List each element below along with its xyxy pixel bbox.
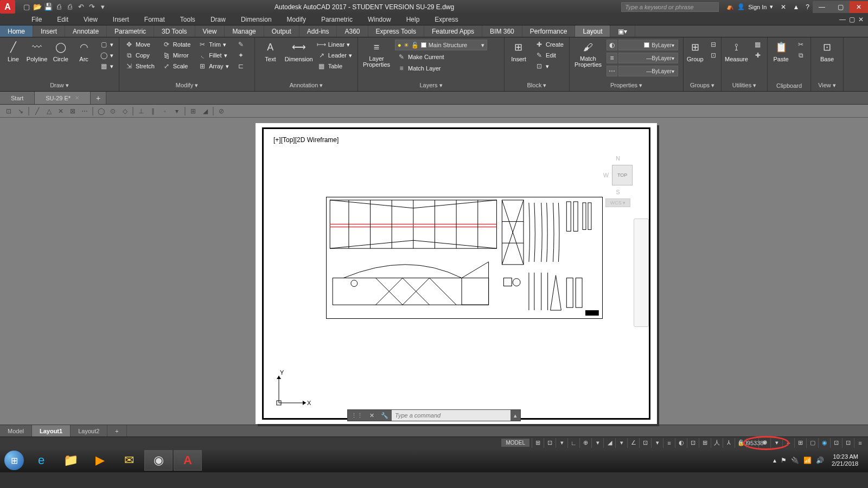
annot2-icon[interactable]: ⅄ bbox=[723, 438, 735, 448]
tray-power-icon[interactable]: 🔌 bbox=[791, 457, 799, 464]
polyline-button[interactable]: 〰Polyline bbox=[27, 40, 48, 62]
tab-annotate[interactable]: Annotate bbox=[65, 25, 107, 37]
taskbar-clock[interactable]: 10:23 AM 2/21/2018 bbox=[828, 453, 861, 467]
lineweight-selector[interactable]: — ByLayer ▾ bbox=[618, 53, 678, 63]
panel-layers-title[interactable]: Layers ▾ bbox=[361, 81, 501, 89]
tab-3dtools[interactable]: 3D Tools bbox=[154, 25, 195, 37]
erase-button[interactable]: ✎ bbox=[234, 40, 247, 49]
signin-dropdown-icon[interactable]: ▾ bbox=[770, 3, 773, 10]
osnap-mid-icon[interactable]: △ bbox=[43, 106, 54, 117]
osnap-nea-icon[interactable]: ◢ bbox=[200, 106, 210, 117]
workspace-icon[interactable]: ⊞ bbox=[794, 438, 806, 448]
viewcube-wcs[interactable]: WCS ▾ bbox=[605, 198, 631, 207]
table-button[interactable]: ▦Table bbox=[315, 61, 354, 71]
tab-insert[interactable]: Insert bbox=[33, 25, 65, 37]
osnap-ins-icon[interactable]: ⊞ bbox=[188, 106, 199, 117]
qat-undo-icon[interactable]: ↶ bbox=[76, 2, 86, 12]
taskbar-autocad[interactable]: A bbox=[174, 450, 202, 471]
qat-new-icon[interactable]: ▢ bbox=[22, 2, 31, 12]
doc-max-icon[interactable]: ▢ bbox=[849, 16, 855, 23]
measure-button[interactable]: ⟟Measure bbox=[725, 40, 748, 62]
taskbar-explorer[interactable]: 📁 bbox=[56, 450, 85, 471]
start-button[interactable]: ⊞ bbox=[2, 450, 26, 471]
command-input[interactable] bbox=[392, 410, 510, 421]
menu-dimension[interactable]: Dimension bbox=[233, 14, 279, 25]
tray-network-icon[interactable]: 📶 bbox=[803, 457, 812, 464]
layer-selector[interactable]: ● ☀ 🔓 Main Structure ▾ bbox=[395, 40, 487, 50]
scale-button[interactable]: ⤢Scale bbox=[160, 61, 193, 71]
maximize-button[interactable]: ▢ bbox=[831, 1, 850, 13]
taskbar-ie[interactable]: e bbox=[27, 450, 55, 471]
trim-button[interactable]: ✂Trim ▾ bbox=[196, 40, 231, 49]
ltab-add[interactable]: + bbox=[107, 425, 126, 436]
ltab-layout1[interactable]: Layout1 bbox=[32, 425, 71, 436]
drawing-area[interactable]: [+][Top][2D Wireframe] bbox=[0, 118, 868, 425]
help-icon[interactable]: ? bbox=[802, 3, 813, 11]
group-button[interactable]: ⊞Group bbox=[687, 40, 704, 62]
tab-start[interactable]: Start bbox=[0, 92, 35, 104]
osnap-none-icon[interactable]: ⊘ bbox=[216, 106, 227, 117]
tab-addins[interactable]: Add-ins bbox=[299, 25, 337, 37]
panel-block-title[interactable]: Block ▾ bbox=[508, 81, 566, 89]
tab-view[interactable]: View bbox=[195, 25, 225, 37]
menu-express[interactable]: Express bbox=[427, 14, 465, 25]
exchange-icon[interactable]: ✕ bbox=[777, 3, 789, 11]
app-logo[interactable]: A bbox=[0, 0, 15, 14]
insert-button[interactable]: ⊞Insert bbox=[508, 40, 529, 62]
qat-plot-icon[interactable]: ⎙ bbox=[65, 2, 75, 12]
qat-save-icon[interactable]: 💾 bbox=[43, 2, 53, 12]
tab-layout[interactable]: Layout bbox=[575, 25, 610, 37]
osnap-geo-icon[interactable]: ⊙ bbox=[107, 106, 118, 117]
array-button[interactable]: ⊞Array ▾ bbox=[196, 61, 231, 71]
otrack-icon[interactable]: ∠ bbox=[627, 438, 639, 448]
menu-modify[interactable]: Modify bbox=[279, 14, 314, 25]
osnap-from-icon[interactable]: ↘ bbox=[15, 106, 26, 117]
plus-icon[interactable]: + bbox=[782, 438, 794, 448]
viewport[interactable]: [+][Top][2D Wireframe] bbox=[262, 127, 650, 420]
mirror-button[interactable]: ⧎Mirror bbox=[160, 50, 193, 60]
close-tab-icon[interactable]: ✕ bbox=[75, 95, 79, 101]
iso-icon[interactable]: ◢ bbox=[603, 438, 615, 448]
model-paper-toggle[interactable]: MODEL bbox=[501, 439, 529, 447]
viewcube[interactable]: N W TOP S WCS ▾ bbox=[603, 155, 633, 226]
ellipse-button[interactable]: ◯▾ bbox=[97, 50, 116, 60]
dimension-button[interactable]: ⟷Dimension bbox=[286, 40, 312, 62]
paste-button[interactable]: 📋Paste bbox=[771, 40, 791, 62]
tab-output[interactable]: Output bbox=[264, 25, 299, 37]
tab-manage[interactable]: Manage bbox=[225, 25, 264, 37]
menu-view[interactable]: View bbox=[76, 14, 105, 25]
ltype-button[interactable]: ⋯ bbox=[607, 66, 617, 76]
panel-groups-title[interactable]: Groups ▾ bbox=[687, 81, 718, 89]
circle-button[interactable]: ◯Circle bbox=[50, 40, 71, 62]
match-layer-button[interactable]: ≡Match Layer bbox=[395, 63, 487, 73]
grid-icon[interactable]: ⊞ bbox=[532, 438, 544, 448]
tray-up-icon[interactable]: ▴ bbox=[773, 457, 776, 464]
osnap-appint-icon[interactable]: ⊠ bbox=[67, 106, 78, 117]
tab-express[interactable]: Express Tools bbox=[368, 25, 424, 37]
monitor-icon[interactable]: ▢ bbox=[806, 438, 818, 448]
create-button[interactable]: ✚Create bbox=[533, 40, 566, 49]
base-button[interactable]: ⊡Base bbox=[814, 40, 840, 62]
osnap-int-icon[interactable]: ✕ bbox=[55, 106, 66, 117]
leader-button[interactable]: ↗Leader ▾ bbox=[315, 50, 354, 60]
panel-view-title[interactable]: View ▾ bbox=[814, 81, 840, 89]
linetype-selector[interactable]: — ByLayer ▾ bbox=[618, 66, 678, 76]
tab-bim360[interactable]: BIM 360 bbox=[482, 25, 522, 37]
color-selector[interactable]: ByLayer ▾ bbox=[618, 40, 678, 50]
color-button[interactable]: ◐ bbox=[607, 40, 617, 50]
panel-draw-title[interactable]: Draw ▾ bbox=[3, 81, 116, 89]
menu-draw[interactable]: Draw bbox=[203, 14, 233, 25]
match-properties-button[interactable]: 🖌Match Properties bbox=[573, 40, 603, 68]
menu-insert[interactable]: Insert bbox=[105, 14, 137, 25]
menu-window[interactable]: Window bbox=[360, 14, 399, 25]
tab-parametric[interactable]: Parametric bbox=[107, 25, 154, 37]
command-line[interactable]: ⋮⋮ ✕ 🔧 ▴ bbox=[347, 409, 521, 421]
viewport-label[interactable]: [+][Top][2D Wireframe] bbox=[273, 136, 339, 144]
tab-performance[interactable]: Performance bbox=[522, 25, 576, 37]
groupedit-button[interactable]: ⊡ bbox=[707, 50, 720, 60]
osnap-qua-icon[interactable]: ◇ bbox=[119, 106, 130, 117]
viewcube-top[interactable]: TOP bbox=[612, 165, 633, 185]
layer-properties-button[interactable]: ≡Layer Properties bbox=[361, 40, 392, 68]
tray-flag-icon[interactable]: ⚑ bbox=[781, 457, 787, 464]
cmd-close-icon[interactable]: ✕ bbox=[366, 412, 378, 419]
